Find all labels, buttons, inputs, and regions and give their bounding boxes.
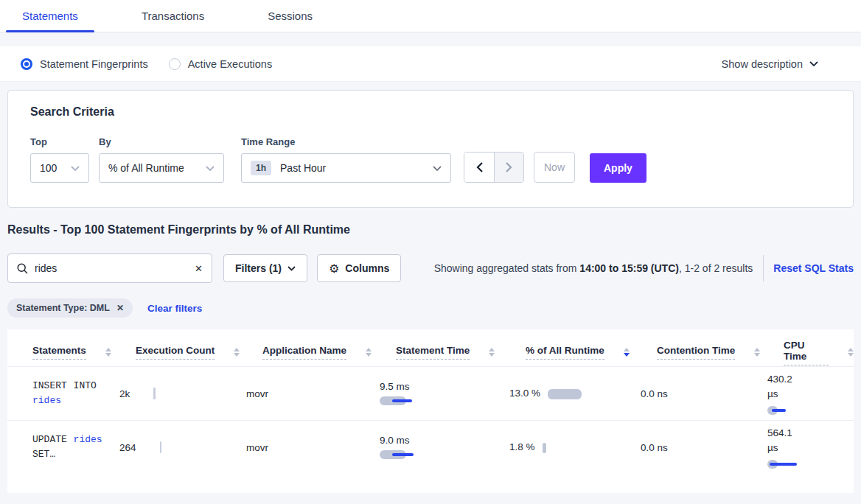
execution-count-bar bbox=[153, 388, 156, 399]
time-range-badge: 1h bbox=[251, 161, 271, 175]
results-heading: Results - Top 100 Statement Fingerprints… bbox=[7, 223, 854, 237]
column-header-execution-count: Execution Count bbox=[136, 345, 262, 360]
chevron-down-icon bbox=[287, 266, 296, 271]
execution-count-cell: 2k bbox=[119, 388, 246, 399]
top-select[interactable]: 100 bbox=[30, 153, 89, 183]
pct-runtime-bar bbox=[543, 442, 581, 452]
statement-link[interactable]: rides bbox=[32, 395, 61, 406]
sort-icon[interactable] bbox=[489, 348, 495, 357]
chevron-down-icon bbox=[71, 166, 80, 171]
application-name-cell: movr bbox=[246, 388, 380, 399]
remove-filter-icon[interactable]: ✕ bbox=[116, 303, 124, 313]
chevron-right-icon bbox=[506, 162, 512, 172]
tab-statements[interactable]: Statements bbox=[6, 0, 94, 32]
column-header-statements: Statements bbox=[32, 345, 136, 360]
sort-icon[interactable] bbox=[105, 348, 111, 357]
by-select[interactable]: % of All Runtime bbox=[99, 153, 224, 183]
radio-selected-icon bbox=[21, 58, 32, 70]
cpu-time-bar bbox=[767, 459, 812, 469]
filters-button[interactable]: Filters (1) bbox=[223, 254, 307, 282]
search-icon bbox=[17, 263, 28, 274]
column-header-cpu-time: CPU Time bbox=[784, 340, 854, 365]
reset-sql-stats-link[interactable]: Reset SQL Stats bbox=[773, 262, 854, 274]
radio-unselected-icon bbox=[169, 58, 181, 70]
columns-button-label: Columns bbox=[345, 262, 389, 274]
pct-runtime-cell: 1.8 % bbox=[509, 440, 641, 455]
top-tab-bar: Statements Transactions Sessions bbox=[0, 0, 861, 32]
sort-icon[interactable] bbox=[366, 348, 372, 357]
execution-count-bar bbox=[160, 441, 161, 453]
search-input[interactable] bbox=[35, 262, 195, 274]
sort-icon[interactable] bbox=[234, 348, 240, 357]
contention-time-cell: 0.0 ns bbox=[641, 442, 767, 453]
next-time-button[interactable] bbox=[494, 153, 523, 182]
radio-statement-fingerprints[interactable]: Statement Fingerprints bbox=[21, 58, 148, 70]
statement-fingerprint: INSERT INTO rides bbox=[32, 379, 119, 408]
chevron-down-icon bbox=[809, 61, 818, 66]
cpu-time-cell: 430.2 µs bbox=[767, 372, 854, 416]
sort-icon[interactable] bbox=[848, 348, 854, 357]
statement-time-cell: 9.5 ms bbox=[380, 381, 509, 406]
pct-runtime-cell: 13.0 % bbox=[509, 386, 641, 401]
chevron-left-icon bbox=[476, 162, 483, 172]
stats-time-range: 14:00 to 15:59 (UTC) bbox=[579, 262, 679, 274]
time-nav-group bbox=[464, 152, 524, 183]
table-row[interactable]: INSERT INTO rides 2k movr 9.5 ms 13.0 % … bbox=[7, 366, 854, 420]
sort-icon-active-desc[interactable] bbox=[624, 348, 630, 357]
statement-search-box[interactable]: ✕ bbox=[7, 253, 212, 283]
aggregated-stats-text: Showing aggregated stats from 14:00 to 1… bbox=[434, 262, 753, 274]
gear-icon: ⚙ bbox=[329, 262, 339, 276]
column-header-contention-time: Contention Time bbox=[657, 345, 784, 360]
clear-search-icon[interactable]: ✕ bbox=[195, 263, 203, 274]
time-range-value: Past Hour bbox=[280, 162, 326, 174]
chevron-down-icon bbox=[206, 166, 215, 171]
statement-fingerprint: UPDATE rides SET… bbox=[32, 433, 119, 462]
now-button[interactable]: Now bbox=[534, 152, 575, 183]
filters-button-label: Filters (1) bbox=[235, 262, 282, 274]
statement-time-cell: 9.0 ms bbox=[380, 435, 509, 460]
by-label: By bbox=[99, 136, 224, 147]
pct-runtime-bar bbox=[548, 388, 586, 399]
top-label: Top bbox=[30, 136, 89, 147]
statements-table: Statements Execution Count Application N… bbox=[7, 329, 854, 493]
clear-filters-link[interactable]: Clear filters bbox=[147, 303, 202, 314]
radio-active-executions[interactable]: Active Executions bbox=[169, 58, 272, 70]
columns-button[interactable]: ⚙ Columns bbox=[317, 254, 401, 282]
cpu-time-cell: 564.1 µs bbox=[767, 426, 854, 469]
active-filters-row: Statement Type: DML ✕ Clear filters bbox=[7, 298, 854, 318]
statement-time-bar bbox=[380, 396, 446, 406]
search-criteria-title: Search Criteria bbox=[30, 105, 831, 119]
time-range-select[interactable]: 1h Past Hour bbox=[241, 153, 451, 183]
top-select-value: 100 bbox=[40, 162, 57, 174]
filter-chip-label: Statement Type: DML bbox=[16, 303, 110, 313]
search-criteria-card: Search Criteria Top 100 By % of All Runt… bbox=[7, 90, 854, 208]
cpu-time-bar bbox=[767, 405, 812, 416]
statement-time-bar bbox=[380, 449, 446, 460]
results-toolbar: ✕ Filters (1) ⚙ Columns Showing aggregat… bbox=[7, 253, 854, 283]
column-header-statement-time: Statement Time bbox=[396, 345, 526, 360]
toolbar-divider bbox=[763, 255, 764, 281]
radio-label: Active Executions bbox=[188, 58, 272, 70]
tab-sessions[interactable]: Sessions bbox=[251, 0, 329, 32]
previous-time-button[interactable] bbox=[464, 153, 494, 182]
column-header-pct-all-runtime: % of All Runtime bbox=[526, 345, 657, 360]
execution-count-cell: 264 bbox=[119, 441, 246, 453]
tab-transactions[interactable]: Transactions bbox=[125, 0, 220, 32]
sort-icon[interactable] bbox=[754, 348, 760, 357]
time-range-label: Time Range bbox=[241, 136, 451, 147]
column-header-application-name: Application Name bbox=[262, 345, 396, 360]
chevron-down-icon bbox=[433, 166, 442, 171]
view-mode-strip: Statement Fingerprints Active Executions… bbox=[0, 46, 861, 82]
statement-link[interactable]: rides bbox=[74, 434, 102, 445]
table-header-row: Statements Execution Count Application N… bbox=[7, 329, 854, 366]
application-name-cell: movr bbox=[246, 442, 380, 453]
radio-label: Statement Fingerprints bbox=[40, 58, 148, 70]
table-row[interactable]: UPDATE rides SET… 264 movr 9.0 ms 1.8 % … bbox=[7, 420, 854, 474]
apply-button[interactable]: Apply bbox=[590, 153, 646, 183]
show-description-toggle[interactable]: Show description bbox=[722, 58, 818, 70]
show-description-label: Show description bbox=[722, 58, 803, 70]
filter-chip-statement-type[interactable]: Statement Type: DML ✕ bbox=[7, 298, 133, 318]
by-select-value: % of All Runtime bbox=[108, 162, 184, 174]
contention-time-cell: 0.0 ns bbox=[641, 388, 767, 399]
